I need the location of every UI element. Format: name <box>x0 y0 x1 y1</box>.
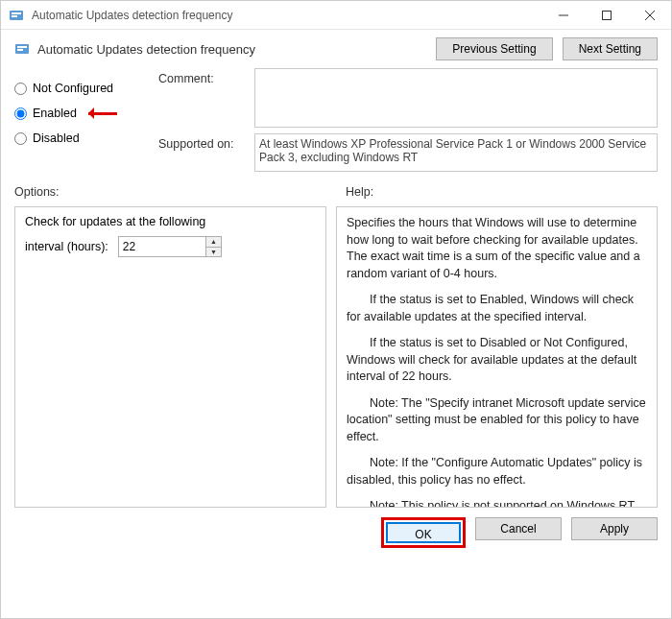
maximize-button[interactable] <box>585 1 628 30</box>
svg-rect-1 <box>12 12 21 14</box>
policy-icon <box>14 41 30 57</box>
options-label: Options: <box>14 185 336 199</box>
dialog-header: Automatic Updates detection frequency Pr… <box>1 30 671 64</box>
help-paragraph: If the status is set to Disabled or Not … <box>347 335 647 386</box>
dialog-title: Automatic Updates detection frequency <box>37 42 436 57</box>
svg-rect-4 <box>602 11 611 19</box>
radio-disabled[interactable]: Disabled <box>14 126 149 151</box>
spinner-up-icon[interactable]: ▲ <box>206 237 221 247</box>
help-paragraph: Note: The "Specify intranet Microsoft up… <box>347 395 647 446</box>
radio-not-configured-label: Not Configured <box>33 82 113 95</box>
ok-highlight-box: OK <box>381 517 466 548</box>
help-paragraph: Note: This policy is not supported on Wi… <box>347 498 647 508</box>
next-setting-button[interactable]: Next Setting <box>563 37 658 60</box>
panels: Check for updates at the following inter… <box>1 201 671 508</box>
supported-on-text <box>254 133 658 172</box>
radio-enabled[interactable]: Enabled <box>14 101 149 126</box>
interval-input[interactable] <box>119 237 205 256</box>
minimize-button[interactable] <box>541 1 585 30</box>
interval-label: interval (hours): <box>25 240 108 253</box>
previous-setting-button[interactable]: Previous Setting <box>436 37 552 60</box>
help-paragraph: Specifies the hours that Windows will us… <box>347 215 647 282</box>
config-area: Not Configured Enabled Disabled Comment:… <box>1 64 671 176</box>
radio-enabled-input[interactable] <box>14 107 27 120</box>
app-icon <box>9 8 24 23</box>
annotation-arrow-icon <box>83 109 121 117</box>
help-label: Help: <box>336 185 658 199</box>
help-panel: Specifies the hours that Windows will us… <box>336 206 658 508</box>
window-controls <box>541 1 671 30</box>
titlebar: Automatic Updates detection frequency <box>1 1 671 30</box>
help-paragraph: If the status is set to Enabled, Windows… <box>347 292 647 325</box>
section-labels: Options: Help: <box>1 176 671 201</box>
dialog-footer: OK Cancel Apply <box>1 508 671 558</box>
svg-rect-2 <box>12 15 17 17</box>
radio-disabled-input[interactable] <box>14 132 27 145</box>
svg-rect-9 <box>17 49 23 51</box>
cancel-button[interactable]: Cancel <box>475 517 562 540</box>
comment-textarea[interactable] <box>254 68 658 128</box>
options-text-line1: Check for updates at the following <box>25 215 316 228</box>
options-panel: Check for updates at the following inter… <box>14 206 326 508</box>
close-button[interactable] <box>628 1 671 30</box>
supported-on-label: Supported on: <box>158 133 245 151</box>
help-paragraph: Note: If the "Configure Automatic Update… <box>347 455 647 488</box>
apply-button[interactable]: Apply <box>571 517 658 540</box>
spinner-down-icon[interactable]: ▼ <box>206 247 221 257</box>
comment-label: Comment: <box>158 68 245 85</box>
state-radio-group: Not Configured Enabled Disabled <box>14 68 149 172</box>
ok-button[interactable]: OK <box>386 522 461 543</box>
radio-not-configured[interactable]: Not Configured <box>14 76 149 101</box>
interval-spinner[interactable]: ▲ ▼ <box>118 236 222 257</box>
radio-enabled-label: Enabled <box>33 107 77 120</box>
svg-rect-8 <box>17 46 27 48</box>
window-title: Automatic Updates detection frequency <box>32 9 541 22</box>
radio-not-configured-input[interactable] <box>14 83 27 95</box>
radio-disabled-label: Disabled <box>33 131 80 145</box>
